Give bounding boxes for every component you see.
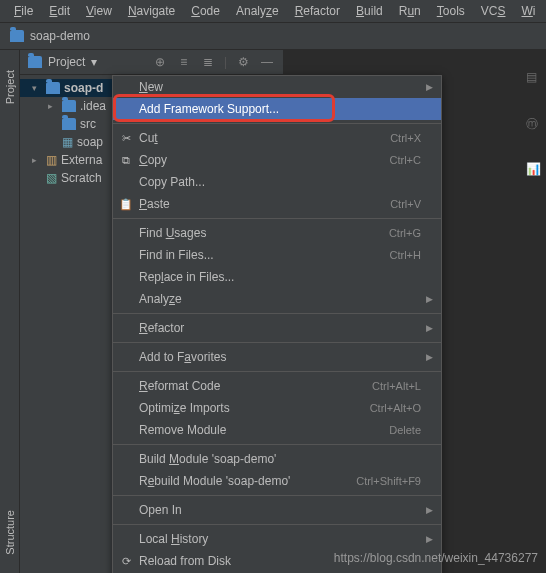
chevron-right-icon: ▶ — [426, 294, 433, 304]
expand-all-icon[interactable]: ≡ — [176, 54, 192, 70]
database-icon[interactable]: ▤ — [526, 70, 542, 86]
menu-build-module[interactable]: Build Module 'soap-demo' — [113, 448, 441, 470]
folder-icon — [10, 30, 24, 42]
menu-open-in[interactable]: Open In▶ — [113, 499, 441, 521]
separator — [113, 495, 441, 496]
separator — [113, 123, 441, 124]
chart-icon[interactable]: 📊 — [526, 162, 542, 178]
menu-tools[interactable]: Tools — [429, 2, 473, 20]
menu-file[interactable]: File — [6, 2, 41, 20]
menu-refactor[interactable]: Refactor — [287, 2, 348, 20]
context-menu: New▶ Add Framework Support... ✂CutCtrl+X… — [112, 75, 442, 573]
hide-icon[interactable]: — — [259, 54, 275, 70]
folder-icon — [46, 82, 60, 94]
separator — [113, 524, 441, 525]
separator — [113, 342, 441, 343]
menu-analyze[interactable]: Analyze▶ — [113, 288, 441, 310]
breadcrumb-project[interactable]: soap-demo — [30, 29, 90, 43]
menu-navigate[interactable]: Navigate — [120, 2, 183, 20]
panel-dropdown[interactable]: ▾ — [91, 55, 97, 69]
paste-icon: 📋 — [119, 197, 133, 211]
breadcrumb: soap-demo — [0, 23, 546, 50]
separator — [113, 218, 441, 219]
panel-header: Project ▾ ⊕ ≡ ≣ | ⚙ — — [20, 50, 283, 75]
separator — [113, 371, 441, 372]
scissors-icon: ✂ — [119, 131, 133, 145]
library-icon: ▥ — [46, 153, 57, 167]
menu-replace-in-files[interactable]: Replace in Files... — [113, 266, 441, 288]
menu-window[interactable]: Wi — [513, 2, 543, 20]
menu-remove-module[interactable]: Remove ModuleDelete — [113, 419, 441, 441]
scratch-icon: ▧ — [46, 171, 57, 185]
maven-icon[interactable]: ⓜ — [526, 116, 542, 132]
panel-title[interactable]: Project — [48, 55, 85, 69]
menu-analyze[interactable]: Analyze — [228, 2, 287, 20]
collapse-all-icon[interactable]: ≣ — [200, 54, 216, 70]
menu-find-usages[interactable]: Find UsagesCtrl+G — [113, 222, 441, 244]
menu-edit[interactable]: Edit — [41, 2, 78, 20]
menu-rebuild-module[interactable]: Rebuild Module 'soap-demo'Ctrl+Shift+F9 — [113, 470, 441, 492]
menu-optimize[interactable]: Optimize ImportsCtrl+Alt+O — [113, 397, 441, 419]
chevron-right-icon: ▶ — [426, 505, 433, 515]
sidebar-structure-tab[interactable]: Structure — [4, 510, 16, 555]
menu-refactor[interactable]: Refactor▶ — [113, 317, 441, 339]
folder-icon — [62, 100, 76, 112]
copy-icon: ⧉ — [119, 153, 133, 167]
chevron-right-icon: ▶ — [426, 82, 433, 92]
separator — [113, 444, 441, 445]
menu-paste[interactable]: 📋PasteCtrl+V — [113, 193, 441, 215]
menu-cut[interactable]: ✂CutCtrl+X — [113, 127, 441, 149]
menu-copy-path[interactable]: Copy Path... — [113, 171, 441, 193]
menu-code[interactable]: Code — [183, 2, 228, 20]
menu-local-history[interactable]: Local History▶ — [113, 528, 441, 550]
sidebar-project-tab[interactable]: Project — [4, 70, 16, 104]
menu-find-in-files[interactable]: Find in Files...Ctrl+H — [113, 244, 441, 266]
gear-icon[interactable]: ⚙ — [235, 54, 251, 70]
chevron-right-icon: ▶ — [426, 323, 433, 333]
folder-icon — [62, 118, 76, 130]
tool-sidebar: Project Structure — [0, 50, 20, 573]
watermark: https://blog.csdn.net/weixin_44736277 — [334, 551, 538, 565]
menubar: File Edit View Navigate Code Analyze Ref… — [0, 0, 546, 23]
module-icon: ▦ — [62, 135, 73, 149]
menu-view[interactable]: View — [78, 2, 120, 20]
menu-copy[interactable]: ⧉CopyCtrl+C — [113, 149, 441, 171]
menu-add-framework[interactable]: Add Framework Support... — [113, 98, 441, 120]
separator — [113, 313, 441, 314]
menu-add-favorites[interactable]: Add to Favorites▶ — [113, 346, 441, 368]
chevron-right-icon: ▶ — [426, 352, 433, 362]
menu-build[interactable]: Build — [348, 2, 391, 20]
menu-reformat[interactable]: Reformat CodeCtrl+Alt+L — [113, 375, 441, 397]
menu-new[interactable]: New▶ — [113, 76, 441, 98]
chevron-right-icon: ▶ — [426, 534, 433, 544]
menu-vcs[interactable]: VCS — [473, 2, 514, 20]
folder-icon — [28, 56, 42, 68]
locate-icon[interactable]: ⊕ — [152, 54, 168, 70]
menu-run[interactable]: Run — [391, 2, 429, 20]
reload-icon: ⟳ — [119, 554, 133, 568]
